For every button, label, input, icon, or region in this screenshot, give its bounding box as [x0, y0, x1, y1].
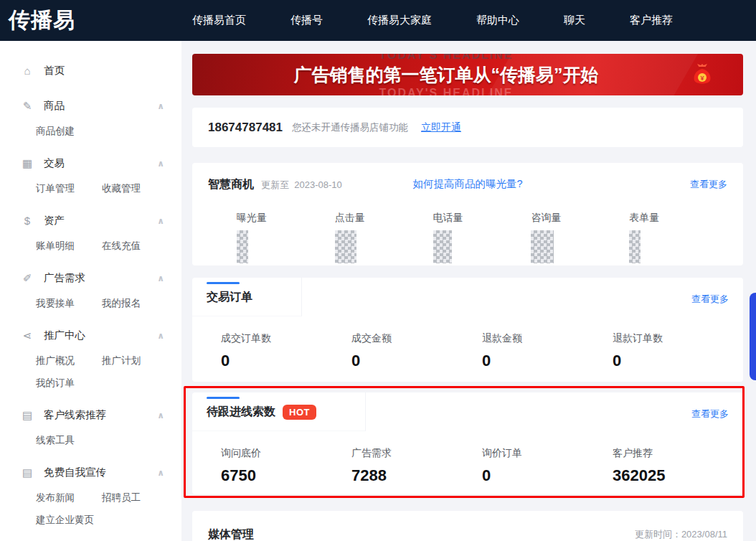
sidebar-sub-promo-overview[interactable]: 推广概况	[36, 349, 102, 372]
sidebar-group-promo: ⋖ 推广中心 ∧ 推广概况 推广计划 我的订单	[0, 321, 181, 394]
open-shop-link[interactable]: 立即开通	[421, 121, 461, 134]
sidebar-item-label: 资产	[44, 214, 157, 227]
share-icon: ⋖	[19, 329, 35, 342]
topnav-item-family[interactable]: 传播易大家庭	[367, 14, 432, 27]
censored-value	[629, 230, 641, 263]
smart-biz-more-link[interactable]: 查看更多	[690, 178, 727, 191]
chevron-up-icon[interactable]: ∧	[157, 216, 164, 226]
sidebar-sub-take-orders[interactable]: 我要接单	[36, 292, 102, 314]
sidebar-sub-goods-create[interactable]: 商品创建	[36, 120, 102, 142]
money-bag-icon: ¥	[691, 63, 713, 86]
metric-refund-amount: 退款金额 0	[482, 332, 613, 370]
trade-orders-card: 交易订单 查看更多 成交订单数 0 成交金额 0 退款金额 0 退款订单数 0	[192, 278, 743, 382]
censored-value	[433, 230, 452, 263]
pending-leads-card: 待跟进线索数 HOT 查看更多 询问底价 6750 广告需求 7288 询价订单…	[192, 392, 743, 494]
metric-forms: 表单量	[629, 212, 727, 263]
metric-clicks: 点击量	[335, 212, 433, 263]
sidebar-item-goods[interactable]: ✎ 商品 ∧	[0, 92, 181, 120]
metric-exposure: 曝光量	[237, 212, 335, 263]
metric-ad-demand: 广告需求 7288	[351, 447, 482, 485]
sidebar-group-trade: ▦ 交易 ∧ 订单管理 收藏管理	[0, 149, 181, 199]
sidebar-sub-order-mgmt[interactable]: 订单管理	[36, 177, 102, 199]
account-phone: 18674787481	[208, 121, 283, 135]
sidebar-sub-bill-detail[interactable]: 账单明细	[36, 235, 102, 257]
smart-biz-title: 智慧商机	[208, 177, 254, 192]
sidebar-item-label: 首页	[44, 64, 169, 77]
media-management-card: 媒体管理 更新时间：2023/08/11	[192, 511, 743, 541]
metric-deal-count: 成交订单数 0	[221, 332, 351, 370]
sidebar-item-home[interactable]: ⌂ 首页	[0, 57, 181, 85]
sidebar-item-label: 客户线索推荐	[44, 408, 157, 422]
sidebar-sub-lead-tools[interactable]: 线索工具	[36, 429, 102, 451]
chevron-up-icon[interactable]: ∧	[157, 468, 164, 478]
sidebar-item-assets[interactable]: $ 资产 ∧	[0, 207, 181, 235]
topnav-item-channel[interactable]: 传播号	[290, 14, 323, 27]
smart-biz-card: 智慧商机 更新至 2023-08-10 如何提高商品的曝光量? 查看更多 曝光量…	[192, 163, 743, 265]
shop-notice-text: 您还未开通传播易店铺功能	[292, 121, 408, 134]
sidebar-item-label: 商品	[44, 99, 157, 113]
svg-text:¥: ¥	[700, 75, 704, 82]
home-icon: ⌂	[19, 65, 35, 77]
active-tab-indicator	[207, 397, 240, 399]
metric-refund-count: 退款订单数 0	[613, 332, 743, 370]
sidebar: ⌂ 首页 ✎ 商品 ∧ 商品创建 ▦ 交易 ∧ 订单管理 收藏管理 $ 资产 ∧	[0, 41, 181, 541]
chevron-up-icon[interactable]: ∧	[157, 410, 164, 420]
sidebar-sub-promo-plan[interactable]: 推广计划	[102, 349, 168, 372]
leads-more-link[interactable]: 查看更多	[691, 408, 729, 420]
headline-banner[interactable]: TODAY'S HEADLINE 广告销售的第一笔订单从“传播易”开始 TODA…	[192, 54, 743, 95]
chevron-up-icon[interactable]: ∧	[157, 159, 164, 169]
briefcase-icon: ▤	[19, 466, 35, 479]
metric-customer-referral: 客户推荐 362025	[613, 447, 743, 485]
sidebar-sub-my-orders[interactable]: 我的订单	[36, 372, 102, 394]
main-content: TODAY'S HEADLINE 广告销售的第一笔订单从“传播易”开始 TODA…	[192, 41, 743, 541]
metric-inquiries: 咨询量	[531, 212, 629, 263]
sidebar-sub-recharge[interactable]: 在线充值	[102, 235, 168, 257]
sidebar-item-self-promo[interactable]: ▤ 免费自我宣传 ∧	[0, 458, 181, 486]
sidebar-sub-yellow-pages[interactable]: 建立企业黄页	[36, 509, 151, 531]
chevron-up-icon[interactable]: ∧	[157, 101, 164, 111]
sidebar-sub-my-signup[interactable]: 我的报名	[102, 292, 168, 314]
sidebar-item-label: 推广中心	[44, 329, 157, 342]
topnav-item-home[interactable]: 传播易首页	[192, 14, 246, 27]
sidebar-item-ad-demand[interactable]: ✐ 广告需求 ∧	[0, 264, 181, 292]
metric-quote-orders: 询价订单 0	[482, 447, 613, 485]
sidebar-group-mine: ♟ 我的 ∧ 资料修改 密码修改	[0, 538, 181, 541]
censored-value	[531, 230, 554, 263]
sidebar-group-ad-demand: ✐ 广告需求 ∧ 我要接单 我的报名	[0, 264, 181, 314]
topnav-item-referral[interactable]: 客户推荐	[630, 14, 673, 27]
sidebar-group-leads: ▤ 客户线索推荐 ∧ 线索工具	[0, 401, 181, 451]
exposure-tip-link[interactable]: 如何提高商品的曝光量?	[412, 177, 522, 191]
side-float-widget[interactable]	[750, 293, 756, 380]
media-updated-time: 更新时间：2023/08/11	[635, 528, 727, 541]
account-notice-card: 18674787481 您还未开通传播易店铺功能 立即开通	[192, 108, 743, 147]
sidebar-sub-publish-news[interactable]: 发布新闻	[36, 486, 102, 509]
sidebar-sub-favorites[interactable]: 收藏管理	[102, 177, 168, 199]
chevron-up-icon[interactable]: ∧	[157, 273, 164, 283]
app-logo[interactable]: 传播易	[9, 6, 186, 35]
sidebar-group-self-promo: ▤ 免费自我宣传 ∧ 发布新闻 招聘员工 建立企业黄页	[0, 458, 181, 531]
sidebar-item-leads[interactable]: ▤ 客户线索推荐 ∧	[0, 401, 181, 429]
sidebar-item-label: 广告需求	[44, 271, 157, 285]
top-navbar: 传播易 传播易首页 传播号 传播易大家庭 帮助中心 聊天 客户推荐	[0, 0, 756, 41]
chevron-up-icon[interactable]: ∧	[157, 331, 164, 341]
topnav-item-chat[interactable]: 聊天	[564, 14, 585, 27]
sidebar-group-goods: ✎ 商品 ∧ 商品创建	[0, 92, 181, 142]
sidebar-item-promo[interactable]: ⋖ 推广中心 ∧	[0, 321, 181, 349]
calendar-icon: ▦	[19, 157, 35, 170]
media-title: 媒体管理	[208, 528, 254, 540]
sidebar-item-label: 交易	[44, 156, 157, 170]
sidebar-item-trade[interactable]: ▦ 交易 ∧	[0, 149, 181, 177]
top-menu: 传播易首页 传播号 传播易大家庭 帮助中心 聊天 客户推荐	[186, 14, 673, 27]
metric-calls: 电话量	[433, 212, 531, 263]
smart-biz-updated: 更新至 2023-08-10	[261, 179, 342, 192]
briefcase-icon: ▤	[19, 409, 35, 422]
edit-icon: ✎	[19, 100, 35, 113]
sidebar-item-mine[interactable]: ♟ 我的 ∧	[0, 538, 181, 541]
orders-more-link[interactable]: 查看更多	[691, 293, 729, 306]
sidebar-item-label: 免费自我宣传	[44, 466, 157, 479]
metric-deal-amount: 成交金额 0	[351, 332, 482, 370]
sidebar-group-home: ⌂ 首页	[0, 57, 181, 85]
hot-badge: HOT	[283, 405, 316, 420]
sidebar-sub-recruit[interactable]: 招聘员工	[102, 486, 168, 509]
topnav-item-help[interactable]: 帮助中心	[476, 14, 519, 27]
